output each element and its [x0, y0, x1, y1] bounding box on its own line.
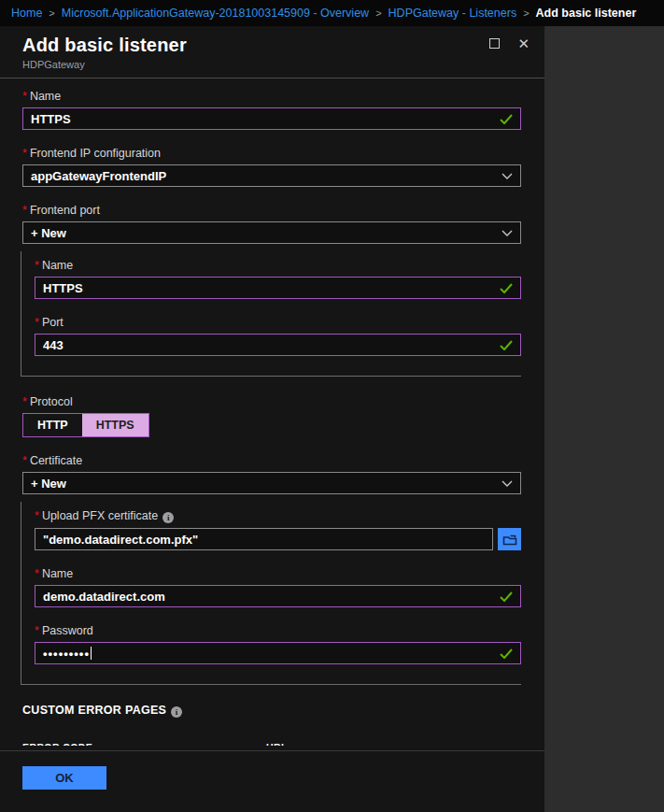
maximize-icon[interactable]	[489, 38, 500, 49]
required-asterisk: *	[22, 454, 27, 467]
browse-file-button[interactable]	[498, 528, 521, 550]
chevron-down-icon	[502, 230, 513, 236]
frontend-port-field: *Frontend port + New	[22, 204, 521, 244]
protocol-label: Protocol	[30, 395, 73, 408]
breadcrumb-current-page: Add basic listener	[536, 7, 637, 20]
ok-button[interactable]: OK	[22, 766, 106, 790]
required-asterisk: *	[35, 316, 39, 329]
required-asterisk: *	[22, 395, 27, 408]
cert-name-label: Name	[42, 567, 73, 580]
add-basic-listener-blade: Add basic listener ✕ HDPGateway *Name HT…	[0, 26, 544, 812]
blade-subtitle: HDPGateway	[22, 59, 530, 70]
pfx-field: *Upload PFX certificatei "demo.datadirec…	[35, 509, 521, 550]
required-asterisk: *	[35, 567, 39, 580]
chevron-down-icon	[502, 173, 513, 179]
breadcrumb-listeners-link[interactable]: HDPGateway - Listeners	[389, 7, 517, 20]
close-icon[interactable]: ✕	[517, 38, 530, 49]
page-title: Add basic listener	[22, 35, 489, 56]
certificate-label: Certificate	[30, 454, 82, 467]
certificate-field: *Certificate + New	[22, 454, 521, 494]
custom-error-pages-heading: CUSTOM ERROR PAGESi	[22, 704, 521, 718]
name-label: Name	[30, 90, 61, 103]
required-asterisk: *	[35, 259, 39, 272]
required-asterisk: *	[22, 204, 27, 217]
valid-check-icon	[500, 114, 513, 124]
breadcrumb-separator: >	[49, 7, 54, 19]
valid-check-icon	[500, 648, 513, 659]
password-input[interactable]: •••••••••	[35, 642, 521, 664]
frontend-port-select[interactable]: + New	[22, 221, 521, 244]
chevron-down-icon	[502, 480, 513, 487]
protocol-toggle: HTTP HTTPS	[22, 413, 149, 437]
frontend-ip-field: *Frontend IP configuration appGatewayFro…	[22, 147, 521, 187]
folder-icon	[502, 534, 517, 546]
new-frontend-port-group: *Name HTTPS *Port 443	[21, 251, 521, 377]
new-certificate-group: *Upload PFX certificatei "demo.datadirec…	[21, 502, 521, 685]
port-field: *Port 443	[35, 316, 521, 356]
error-code-column-header: ERROR CODE	[22, 742, 266, 746]
frontend-ip-select[interactable]: appGatewayFrontendIP	[22, 164, 521, 187]
valid-check-icon	[500, 340, 513, 350]
port-label: Port	[42, 316, 64, 329]
portal-backdrop	[544, 26, 664, 812]
port-input[interactable]: 443	[35, 334, 521, 356]
port-name-input[interactable]: HTTPS	[35, 277, 521, 299]
password-label: Password	[42, 624, 93, 637]
protocol-field: *Protocol HTTP HTTPS	[22, 395, 521, 437]
blade-body: *Name HTTPS *Frontend IP configuration a…	[0, 78, 544, 746]
info-icon[interactable]: i	[171, 706, 182, 718]
valid-check-icon	[500, 283, 513, 293]
required-asterisk: *	[35, 509, 39, 522]
protocol-http-option[interactable]: HTTP	[23, 414, 82, 436]
required-asterisk: *	[35, 624, 39, 637]
protocol-https-option[interactable]: HTTPS	[82, 414, 148, 436]
name-field: *Name HTTPS	[22, 90, 521, 130]
cert-name-field: *Name demo.datadirect.com	[35, 567, 521, 607]
valid-check-icon	[500, 591, 513, 602]
error-pages-column-headers: ERROR CODE URL	[22, 742, 521, 746]
port-name-label: Name	[42, 259, 73, 272]
pfx-label: Upload PFX certificate	[42, 509, 158, 522]
required-asterisk: *	[22, 90, 27, 103]
url-column-header: URL	[266, 742, 288, 746]
blade-footer: OK	[0, 750, 544, 812]
breadcrumb-separator: >	[523, 7, 529, 19]
cert-name-input[interactable]: demo.datadirect.com	[35, 585, 521, 607]
blade-header: Add basic listener ✕ HDPGateway	[0, 26, 544, 78]
password-field: *Password •••••••••	[35, 624, 521, 664]
frontend-port-label: Frontend port	[30, 204, 100, 217]
breadcrumb: Home > Microsoft.ApplicationGateway-2018…	[0, 0, 664, 26]
certificate-select[interactable]: + New	[22, 472, 521, 494]
name-input[interactable]: HTTPS	[22, 107, 521, 130]
pfx-file-input[interactable]: "demo.datadirect.com.pfx"	[35, 528, 493, 550]
text-cursor	[91, 647, 92, 660]
breadcrumb-appgateway-overview-link[interactable]: Microsoft.ApplicationGateway-20181003145…	[62, 7, 369, 20]
breadcrumb-separator: >	[375, 7, 381, 19]
frontend-ip-label: Frontend IP configuration	[30, 147, 161, 160]
breadcrumb-home-link[interactable]: Home	[11, 7, 42, 20]
port-name-field: *Name HTTPS	[35, 259, 521, 299]
required-asterisk: *	[22, 147, 27, 160]
info-icon[interactable]: i	[162, 512, 174, 523]
